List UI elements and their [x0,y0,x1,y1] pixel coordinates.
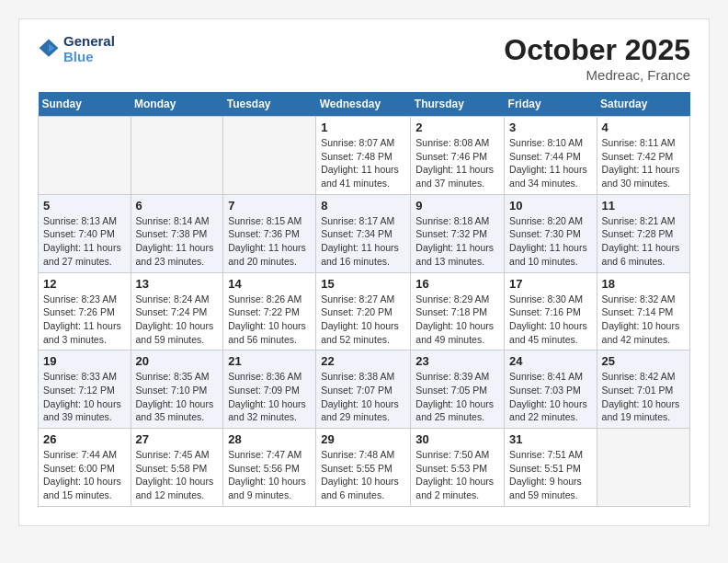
day-cell: 24Sunrise: 8:41 AM Sunset: 7:03 PM Dayli… [505,350,597,429]
month-title: October 2025 [504,33,690,67]
day-info: Sunrise: 8:32 AM Sunset: 7:14 PM Dayligh… [602,293,685,347]
day-info: Sunrise: 8:30 AM Sunset: 7:16 PM Dayligh… [509,293,592,347]
day-cell: 19Sunrise: 8:33 AM Sunset: 7:12 PM Dayli… [39,350,131,429]
day-info: Sunrise: 8:24 AM Sunset: 7:24 PM Dayligh… [136,293,219,347]
day-number: 3 [509,121,592,134]
day-info: Sunrise: 8:38 AM Sunset: 7:07 PM Dayligh… [321,370,405,424]
day-cell: 11Sunrise: 8:21 AM Sunset: 7:28 PM Dayli… [597,194,689,272]
day-number: 14 [228,277,311,291]
day-number: 28 [228,432,311,446]
day-info: Sunrise: 8:20 AM Sunset: 7:30 PM Dayligh… [509,214,592,269]
day-number: 21 [228,354,311,368]
day-number: 10 [509,199,592,213]
week-row-0: 1Sunrise: 8:07 AM Sunset: 7:48 PM Daylig… [39,117,690,195]
day-number: 15 [321,277,405,291]
day-cell: 26Sunrise: 7:44 AM Sunset: 6:00 PM Dayli… [39,429,131,507]
day-number: 13 [136,277,219,291]
day-cell [223,117,316,195]
day-cell: 17Sunrise: 8:30 AM Sunset: 7:16 PM Dayli… [505,272,597,350]
day-number: 2 [415,121,499,134]
calendar-table: SundayMondayTuesdayWednesdayThursdayFrid… [38,92,690,507]
day-number: 9 [415,199,499,213]
weekday-header-saturday: Saturday [597,92,689,117]
day-cell: 25Sunrise: 8:42 AM Sunset: 7:01 PM Dayli… [597,350,689,429]
day-cell: 14Sunrise: 8:26 AM Sunset: 7:22 PM Dayli… [223,272,316,350]
weekday-header-friday: Friday [505,92,597,117]
weekday-header-row: SundayMondayTuesdayWednesdayThursdayFrid… [39,92,690,117]
day-cell [131,117,223,195]
day-info: Sunrise: 7:47 AM Sunset: 5:56 PM Dayligh… [228,448,311,502]
day-cell [39,117,131,195]
day-info: Sunrise: 8:15 AM Sunset: 7:36 PM Dayligh… [228,214,311,269]
day-number: 23 [415,354,499,368]
day-number: 29 [321,432,405,446]
day-number: 4 [602,121,685,134]
day-cell: 30Sunrise: 7:50 AM Sunset: 5:53 PM Dayli… [411,429,505,507]
day-info: Sunrise: 8:23 AM Sunset: 7:26 PM Dayligh… [43,293,126,347]
weekday-header-monday: Monday [131,92,223,117]
day-cell: 16Sunrise: 8:29 AM Sunset: 7:18 PM Dayli… [411,272,505,350]
day-info: Sunrise: 8:08 AM Sunset: 7:46 PM Dayligh… [415,136,499,190]
week-row-1: 5Sunrise: 8:13 AM Sunset: 7:40 PM Daylig… [39,194,690,272]
day-number: 8 [321,199,405,213]
week-row-2: 12Sunrise: 8:23 AM Sunset: 7:26 PM Dayli… [39,272,690,350]
weekday-header-wednesday: Wednesday [316,92,411,117]
day-number: 31 [509,432,592,446]
day-number: 7 [228,199,311,213]
day-info: Sunrise: 8:13 AM Sunset: 7:40 PM Dayligh… [43,214,126,269]
day-info: Sunrise: 8:11 AM Sunset: 7:42 PM Dayligh… [602,136,685,190]
day-info: Sunrise: 8:27 AM Sunset: 7:20 PM Dayligh… [321,293,405,347]
day-cell: 4Sunrise: 8:11 AM Sunset: 7:42 PM Daylig… [597,117,689,195]
day-cell: 5Sunrise: 8:13 AM Sunset: 7:40 PM Daylig… [39,194,131,272]
day-number: 22 [321,354,405,368]
day-info: Sunrise: 8:42 AM Sunset: 7:01 PM Dayligh… [602,370,685,424]
day-cell: 15Sunrise: 8:27 AM Sunset: 7:20 PM Dayli… [316,272,411,350]
day-info: Sunrise: 8:14 AM Sunset: 7:38 PM Dayligh… [136,214,219,269]
day-info: Sunrise: 8:39 AM Sunset: 7:05 PM Dayligh… [415,370,499,424]
day-cell: 3Sunrise: 8:10 AM Sunset: 7:44 PM Daylig… [505,117,597,195]
day-cell: 23Sunrise: 8:39 AM Sunset: 7:05 PM Dayli… [411,350,505,429]
day-cell: 8Sunrise: 8:17 AM Sunset: 7:34 PM Daylig… [316,194,411,272]
title-block: October 2025 Medreac, France [504,33,690,83]
weekday-header-tuesday: Tuesday [223,92,316,117]
day-info: Sunrise: 8:10 AM Sunset: 7:44 PM Dayligh… [509,136,592,190]
day-number: 27 [136,432,219,446]
weekday-header-sunday: Sunday [39,92,131,117]
day-info: Sunrise: 7:44 AM Sunset: 6:00 PM Dayligh… [43,448,126,502]
day-info: Sunrise: 8:17 AM Sunset: 7:34 PM Dayligh… [321,214,405,269]
day-info: Sunrise: 7:51 AM Sunset: 5:51 PM Dayligh… [509,448,592,502]
day-number: 19 [43,354,126,368]
day-cell: 13Sunrise: 8:24 AM Sunset: 7:24 PM Dayli… [131,272,223,350]
logo-text: General Blue [63,33,115,64]
page-header: General Blue October 2025 Medreac, Franc… [38,33,690,83]
day-number: 18 [602,277,685,291]
day-number: 17 [509,277,592,291]
day-number: 30 [415,432,499,446]
day-number: 25 [602,354,685,368]
day-cell: 27Sunrise: 7:45 AM Sunset: 5:58 PM Dayli… [131,429,223,507]
day-number: 12 [43,277,126,291]
day-cell: 29Sunrise: 7:48 AM Sunset: 5:55 PM Dayli… [316,429,411,507]
day-number: 5 [43,199,126,213]
day-info: Sunrise: 7:45 AM Sunset: 5:58 PM Dayligh… [136,448,219,502]
day-cell: 1Sunrise: 8:07 AM Sunset: 7:48 PM Daylig… [316,117,411,195]
day-info: Sunrise: 8:07 AM Sunset: 7:48 PM Dayligh… [321,136,405,190]
day-info: Sunrise: 7:50 AM Sunset: 5:53 PM Dayligh… [415,448,499,502]
logo: General Blue [38,33,115,64]
day-cell: 21Sunrise: 8:36 AM Sunset: 7:09 PM Dayli… [223,350,316,429]
day-cell: 22Sunrise: 8:38 AM Sunset: 7:07 PM Dayli… [316,350,411,429]
day-number: 11 [602,199,685,213]
location: Medreac, France [504,67,690,83]
day-info: Sunrise: 8:33 AM Sunset: 7:12 PM Dayligh… [43,370,126,424]
day-cell: 28Sunrise: 7:47 AM Sunset: 5:56 PM Dayli… [223,429,316,507]
logo-icon [38,38,60,60]
week-row-3: 19Sunrise: 8:33 AM Sunset: 7:12 PM Dayli… [39,350,690,429]
day-number: 6 [136,199,219,213]
calendar-page: General Blue October 2025 Medreac, Franc… [18,18,710,526]
day-cell: 10Sunrise: 8:20 AM Sunset: 7:30 PM Dayli… [505,194,597,272]
day-cell: 2Sunrise: 8:08 AM Sunset: 7:46 PM Daylig… [411,117,505,195]
day-cell: 31Sunrise: 7:51 AM Sunset: 5:51 PM Dayli… [505,429,597,507]
day-info: Sunrise: 8:36 AM Sunset: 7:09 PM Dayligh… [228,370,311,424]
day-cell: 9Sunrise: 8:18 AM Sunset: 7:32 PM Daylig… [411,194,505,272]
day-cell [597,429,689,507]
